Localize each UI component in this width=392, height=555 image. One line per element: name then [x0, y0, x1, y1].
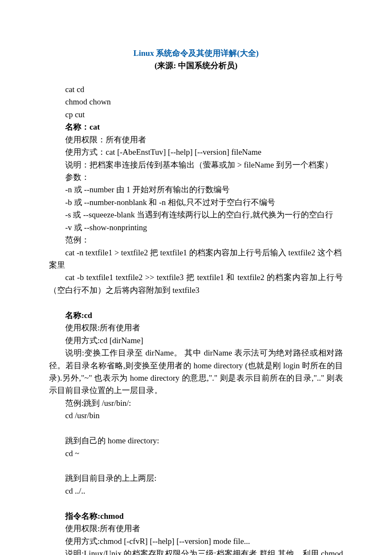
cd-example-2-label: 跳到自己的 home directory: — [49, 434, 343, 447]
cat-heading: 名称：cat — [49, 121, 343, 133]
cat-example-2: cat -b textfile1 textfile2 >> textfile3 … — [49, 271, 343, 296]
cat-example-1: cat -n textfile1 > textfile2 把 textfile1… — [49, 246, 343, 272]
toc-line-1: cat cd — [49, 83, 343, 95]
cd-desc: 说明:变换工作目录至 dirName。 其中 dirName 表示法可为绝对路径… — [49, 347, 343, 397]
section-spacer-chmod — [49, 497, 343, 509]
chmod-desc: 说明:Linux/Unix 的档案存取权限分为三级:档案拥有者,群组,其他。利用… — [49, 547, 343, 555]
chmod-usage: 使用方式:chmod [-cfvR] [--help] [--version] … — [49, 535, 343, 547]
title-sub: (来源: 中国系统分析员) — [49, 59, 343, 72]
cd-example-2: cd ~ — [49, 447, 343, 460]
cd-example-3: cd ../.. — [49, 485, 343, 497]
cat-params-label: 参数： — [49, 171, 343, 183]
cat-param-s: -s 或 --squeeze-blank 当遇到有连续两行以上的空白行,就代换为… — [49, 208, 343, 221]
chmod-heading: 指令名称:chmod — [49, 510, 343, 522]
cat-param-b: -b 或 --number-nonblank 和 -n 相似,只不过对于空白行不… — [49, 196, 343, 208]
cat-param-v: -v 或 --show-nonprinting — [49, 221, 343, 234]
cd-example-1: cd /usr/bin — [49, 409, 343, 422]
line-spacer-1 — [49, 422, 343, 434]
cd-heading: 名称:cd — [49, 309, 343, 321]
chmod-perm: 使用权限:所有使用者 — [49, 522, 343, 535]
title-main: Linux 系统命令及其使用详解(大全) — [49, 47, 343, 59]
cat-example-label: 范例： — [49, 234, 343, 246]
cat-perm: 使用权限：所有使用者 — [49, 133, 343, 146]
cd-example-label: 范例:跳到 /usr/bin/: — [49, 397, 343, 409]
section-spacer-cd — [49, 296, 343, 309]
cat-desc: 说明：把档案串连接后传到基本输出（萤幕或加 > fileName 到另一个档案） — [49, 159, 343, 171]
cat-param-n: -n 或 --number 由 1 开始对所有输出的行数编号 — [49, 183, 343, 196]
cat-usage: 使用方式：cat [-AbeEnstTuv] [--help] [--versi… — [49, 146, 343, 158]
toc-line-2: chmod chown — [49, 95, 343, 108]
cd-usage: 使用方式:cd [dirName] — [49, 334, 343, 347]
document-page: Linux 系统命令及其使用详解(大全) (来源: 中国系统分析员) cat c… — [0, 0, 392, 555]
toc-line-3: cp cut — [49, 108, 343, 121]
cd-perm: 使用权限:所有使用者 — [49, 321, 343, 334]
cd-example-3-label: 跳到目前目录的上上两层: — [49, 472, 343, 484]
line-spacer-2 — [49, 460, 343, 472]
